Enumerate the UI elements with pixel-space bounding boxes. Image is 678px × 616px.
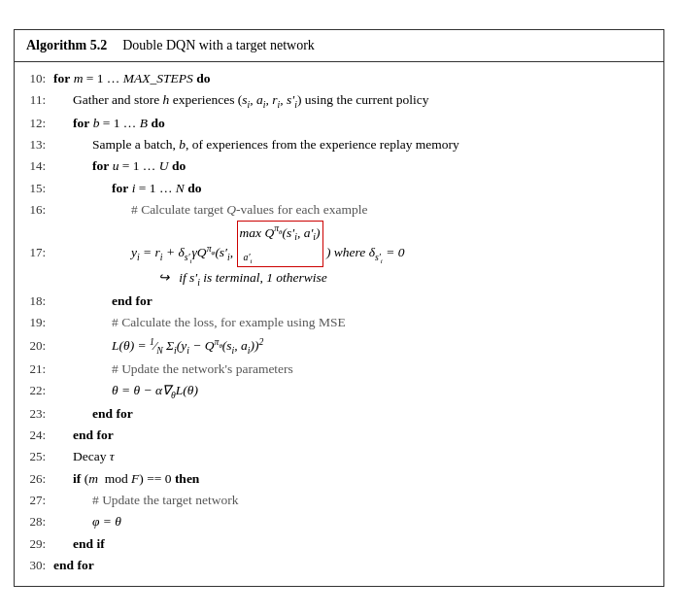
line-29: 29: end if bbox=[26, 533, 652, 555]
line-14: 14: for u = 1 … U do bbox=[26, 155, 652, 177]
line-30: 30: end for bbox=[26, 555, 652, 576]
line-13: 13: Sample a batch, b, of experiences fr… bbox=[26, 134, 652, 155]
line-16: 16: # Calculate target Q-values for each… bbox=[26, 199, 652, 221]
line-27: 27: # Update the target network bbox=[26, 490, 652, 511]
line-25: 25: Decay τ bbox=[26, 446, 652, 467]
line-26: 26: if (m mod F) == 0 then bbox=[26, 468, 652, 490]
line-21: 21: # Update the network's parameters bbox=[26, 359, 652, 380]
line-11: 11: Gather and store h experiences (si, … bbox=[26, 89, 652, 113]
line-19: 19: # Calculate the loss, for example us… bbox=[26, 312, 652, 333]
line-10: 10: for m = 1 … MAX_STEPS do bbox=[26, 68, 652, 89]
line-17: 17: yi = ri + δs′iγQπφ(s′i, max Qπθ(s′i,… bbox=[26, 221, 652, 267]
line-18: 18: end for bbox=[26, 291, 652, 312]
algorithm-body: 10: for m = 1 … MAX_STEPS do 11: Gather … bbox=[15, 62, 663, 586]
algorithm-header: Algorithm 5.2 Double DQN with a target n… bbox=[15, 30, 663, 62]
line-17-cont: ↪ if s′i is terminal, 1 otherwise bbox=[26, 267, 652, 291]
algorithm-title: Double DQN with a target network bbox=[122, 38, 315, 53]
line-22: 22: θ = θ − α∇θL(θ) bbox=[26, 380, 652, 403]
line-20: 20: L(θ) = 1⁄N Σi(yi − Qπθ(si, ai))2 bbox=[26, 334, 652, 359]
line-12: 12: for b = 1 … B do bbox=[26, 113, 652, 134]
line-15: 15: for i = 1 … N do bbox=[26, 178, 652, 199]
algorithm-label: Algorithm 5.2 bbox=[26, 38, 107, 53]
algorithm-box: Algorithm 5.2 Double DQN with a target n… bbox=[14, 29, 664, 587]
line-24: 24: end for bbox=[26, 425, 652, 446]
line-28: 28: φ = θ bbox=[26, 511, 652, 532]
line-23: 23: end for bbox=[26, 403, 652, 425]
